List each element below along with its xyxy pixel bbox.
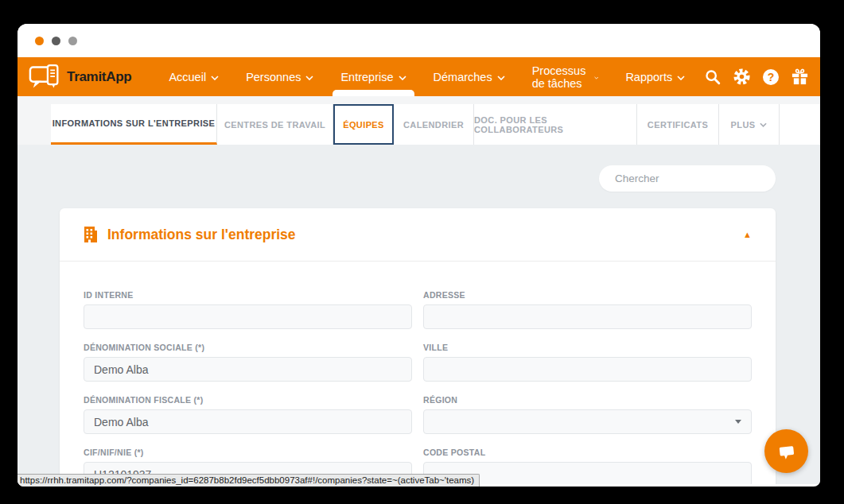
field-denomination-fiscale: DÉNOMINATION FISCALE (*) — [84, 395, 412, 434]
chevron-down-icon — [211, 76, 219, 80]
brand-part2: App — [106, 69, 131, 84]
collapse-section-button[interactable]: ▲ — [743, 230, 752, 239]
nav-item-personnes[interactable]: Personnes — [232, 57, 327, 96]
brand-part1: Tramit — [67, 69, 106, 84]
window-chrome-bar — [18, 24, 820, 57]
card-header[interactable]: Informations sur l'entreprise ▲ — [60, 208, 776, 262]
traffic-light-minimize[interactable] — [52, 37, 60, 45]
field-label: ID INTERNE — [84, 290, 412, 300]
nav-item-label: Processus de tâches — [532, 64, 589, 90]
search-icon — [704, 68, 721, 86]
ville-input[interactable] — [423, 357, 752, 382]
nav-menu: Accueil Personnes Entreprise Démarches P… — [155, 57, 698, 96]
region-select-value[interactable] — [423, 409, 752, 434]
status-url: https://rrhh.tramitapp.com/?companies_id… — [20, 475, 474, 485]
tab-plus[interactable]: PLUS — [719, 104, 780, 145]
id-interne-input[interactable] — [84, 304, 412, 329]
nav-item-demarches[interactable]: Démarches — [420, 57, 519, 96]
tab-label: CENTRES DE TRAVAIL — [224, 120, 325, 130]
chevron-down-icon — [760, 122, 767, 127]
nav-item-entreprise[interactable]: Entreprise — [327, 57, 419, 96]
nav-item-processus-de-taches[interactable]: Processus de tâches — [519, 57, 613, 96]
denomination-sociale-input[interactable] — [84, 357, 412, 382]
speech-bubbles-logo-icon — [29, 64, 64, 91]
tab-label: CALENDRIER — [403, 120, 464, 130]
field-label: DÉNOMINATION FISCALE (*) — [84, 395, 412, 405]
page-content: Informations sur l'entreprise ▲ ID INTER… — [18, 145, 820, 484]
gear-icon — [733, 68, 751, 86]
brand-name: TramitApp — [67, 69, 131, 85]
nav-item-label: Personnes — [246, 71, 301, 83]
chevron-down-icon — [497, 76, 505, 80]
field-region: RÉGION — [423, 395, 752, 434]
form-right-column: ADRESSE VILLE RÉGION — [423, 290, 752, 484]
question-mark-glyph: ? — [768, 71, 775, 83]
tab-doc-pour-les-collaborateurs[interactable]: DOC. POUR LES COLLABORATEURS — [474, 104, 637, 145]
chat-bubble-icon — [776, 441, 798, 462]
denomination-fiscale-input[interactable] — [84, 409, 412, 434]
chevron-down-icon — [677, 76, 685, 80]
traffic-light-maximize[interactable] — [68, 37, 77, 45]
tab-informations-sur-lentreprise[interactable]: INFORMATIONS SUR L'ENTREPRISE — [51, 104, 217, 145]
field-ville: VILLE — [423, 343, 752, 382]
nav-item-label: Démarches — [434, 71, 492, 83]
main-navbar: TramitApp Accueil Personnes Entreprise D… — [18, 57, 820, 96]
tab-label: DOC. POUR LES COLLABORATEURS — [474, 115, 636, 134]
settings-button[interactable] — [728, 57, 756, 96]
help-button[interactable]: ? — [756, 57, 785, 96]
field-label: DÉNOMINATION SOCIALE (*) — [84, 343, 412, 352]
tab-calendrier[interactable]: CALENDRIER — [394, 104, 474, 145]
tab-bar-filler — [780, 104, 820, 145]
company-form: ID INTERNE DÉNOMINATION SOCIALE (*) DÉNO… — [60, 262, 776, 484]
tab-label: PLUS — [731, 120, 756, 130]
search-button[interactable] — [698, 57, 727, 96]
nav-item-label: Accueil — [169, 71, 206, 83]
active-nav-indicator — [333, 90, 414, 96]
field-denomination-sociale: DÉNOMINATION SOCIALE (*) — [84, 343, 412, 382]
tab-equipes[interactable]: ÉQUIPES — [333, 104, 394, 145]
adresse-input[interactable] — [423, 304, 752, 329]
tramitapp-logo[interactable]: TramitApp — [25, 57, 134, 96]
tab-label: INFORMATIONS SUR L'ENTREPRISE — [53, 118, 216, 128]
dropdown-caret-icon — [735, 420, 741, 424]
chevron-up-icon: ▲ — [743, 230, 752, 239]
field-label: CIF/NIF/NIE (*) — [84, 448, 412, 457]
browser-window: TramitApp Accueil Personnes Entreprise D… — [18, 24, 820, 487]
nav-item-label: Rapports — [625, 71, 672, 83]
field-id-interne: ID INTERNE — [84, 290, 412, 329]
gift-icon — [791, 68, 809, 86]
search-input[interactable] — [599, 165, 776, 192]
chevron-down-icon — [594, 76, 598, 80]
traffic-light-close[interactable] — [35, 37, 44, 45]
field-adresse: ADRESSE — [423, 290, 752, 329]
search-area — [60, 165, 776, 192]
tab-centres-de-travail[interactable]: CENTRES DE TRAVAIL — [217, 104, 333, 145]
chat-support-button[interactable] — [764, 429, 808, 473]
nav-item-label: Entreprise — [340, 71, 393, 83]
region-select[interactable] — [423, 409, 752, 434]
help-icon: ? — [762, 68, 780, 86]
gifts-button[interactable] — [786, 57, 815, 96]
chevron-down-icon — [399, 76, 406, 80]
company-info-card: Informations sur l'entreprise ▲ ID INTER… — [60, 208, 776, 484]
nav-item-rapports[interactable]: Rapports — [612, 57, 698, 96]
field-label: VILLE — [423, 343, 752, 352]
link-status-bar: https://rrhh.tramitapp.com/?companies_id… — [18, 474, 480, 487]
card-title: Informations sur l'entreprise — [107, 227, 296, 243]
field-label: CODE POSTAL — [423, 448, 752, 457]
nav-item-accueil[interactable]: Accueil — [155, 57, 232, 96]
field-label: ADRESSE — [423, 290, 752, 300]
section-tab-bar: INFORMATIONS SUR L'ENTREPRISE CENTRES DE… — [18, 96, 820, 145]
field-label: RÉGION — [423, 395, 752, 405]
tab-certificats[interactable]: CERTIFICATS — [637, 104, 719, 145]
tab-label: CERTIFICATS — [648, 120, 708, 130]
navbar-actions: ? Alba García Demo Alba — [698, 57, 820, 96]
building-icon — [84, 227, 97, 242]
tab-label: ÉQUIPES — [343, 120, 384, 130]
chevron-down-icon — [305, 76, 313, 80]
form-left-column: ID INTERNE DÉNOMINATION SOCIALE (*) DÉNO… — [84, 290, 412, 484]
